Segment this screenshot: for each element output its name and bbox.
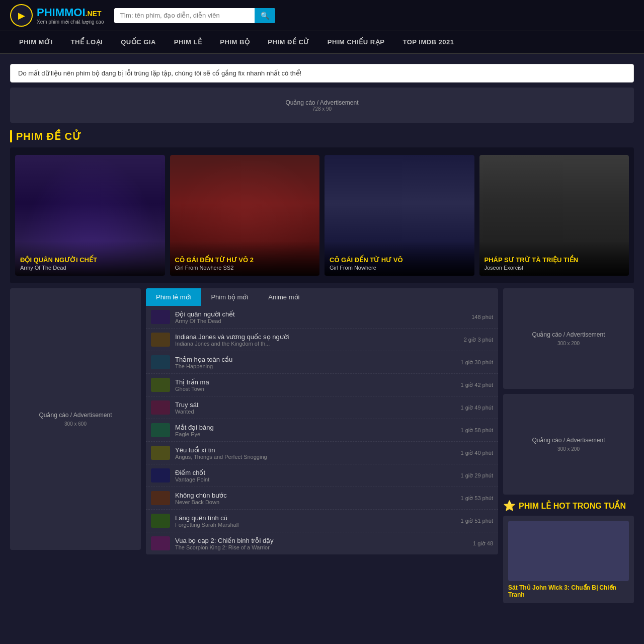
nav-phim-de-cu[interactable]: PHIM ĐỀ CỬ <box>259 31 318 53</box>
movie-vn-title: Mắt đại bàng <box>175 424 456 431</box>
nav-quoc-gia[interactable]: QUỐC GIA <box>112 31 165 53</box>
movie-list-item[interactable]: Điểm chốt Vantage Point 1 giờ 29 phút <box>146 464 498 487</box>
top-ad-banner: Quảng cáo / Advertisement 728 x 90 <box>10 88 634 123</box>
movie-duration: 1 giờ 53 phút <box>461 495 494 502</box>
alert-message: Do mất dữ liệu nên phim bộ đang bị lỗi t… <box>10 64 634 83</box>
featured-movie-2-info: CÔ GÁI ĐẾN TỪ HƯ VÔ 2 Girl From Nowhere … <box>170 241 320 276</box>
movie-vn-title: Không chùn bước <box>175 492 456 499</box>
lower-section: Quảng cáo / Advertisement 300 x 600 Phim… <box>10 288 634 603</box>
movie-en-title: Forgetting Sarah Marshall <box>175 522 456 528</box>
movie-list-item[interactable]: Mắt đại bàng Eagle Eye 1 giờ 58 phút <box>146 419 498 442</box>
featured-movie-4-sub: Joseon Exorcist <box>485 265 624 271</box>
movie-list: Đội quân người chết Army Of The Dead 148… <box>146 306 498 554</box>
movie-en-title: Vantage Point <box>175 476 456 482</box>
movie-duration: 148 phút <box>471 314 493 320</box>
featured-movie-3-sub: Girl From Nowhere <box>330 265 469 271</box>
movie-thumb <box>151 355 170 369</box>
left-ad-title: Quảng cáo / Advertisement <box>39 412 112 419</box>
featured-movie-1-title: ĐỘI QUÂN NGƯỜI CHẾT <box>20 256 160 264</box>
nav-list: PHIM MỚI THỂ LOẠI QUỐC GIA PHIM LẺ PHIM … <box>0 31 644 53</box>
movie-thumb <box>151 446 170 460</box>
movie-duration: 1 giờ 51 phút <box>461 518 494 524</box>
movie-info: Yêu tuổi xì tin Angus, Thongs and Perfec… <box>175 446 456 460</box>
right-ad-box-1: Quảng cáo / Advertisement 300 x 200 <box>503 288 634 389</box>
movie-list-item[interactable]: Đội quân người chết Army Of The Dead 148… <box>146 306 498 329</box>
search-button[interactable]: 🔍 <box>255 8 275 23</box>
movie-list-item[interactable]: Không chùn bước Never Back Down 1 giờ 53… <box>146 487 498 510</box>
left-ad-box: Quảng cáo / Advertisement 300 x 600 <box>10 288 141 550</box>
movie-duration: 1 giờ 29 phút <box>461 472 494 479</box>
logo-name: PHIMMOI.NET <box>37 6 104 19</box>
movie-thumb <box>151 491 170 505</box>
featured-movie-4[interactable]: PHÁP SƯ TRỪ TÀ TRIỆU TIỀN Joseon Exorcis… <box>479 155 629 276</box>
featured-movie-2[interactable]: CÔ GÁI ĐẾN TỪ HƯ VÔ 2 Girl From Nowhere … <box>170 155 320 276</box>
featured-heading: PHIM ĐỀ CỬ <box>10 130 634 142</box>
movie-info: Vua bọ cạp 2: Chiến binh trỗi dậy The Sc… <box>175 537 468 550</box>
tab-anime-moi[interactable]: Anime mới <box>258 288 309 306</box>
movie-en-title: Ghost Town <box>175 386 456 392</box>
right-column: Quảng cáo / Advertisement 300 x 200 Quản… <box>503 288 634 603</box>
hot-movie-preview[interactable]: Sát Thủ John Wick 3: Chuẩn Bị Chiến Tran… <box>503 516 634 603</box>
movie-list-item[interactable]: Yêu tuổi xì tin Angus, Thongs and Perfec… <box>146 442 498 464</box>
movie-vn-title: Thảm họa toàn cầu <box>175 356 456 363</box>
movie-info: Thị trấn ma Ghost Town <box>175 378 456 392</box>
movie-list-item[interactable]: Indiana Jones và vương quốc sọ người Ind… <box>146 329 498 351</box>
movie-list-item[interactable]: Truy sát Wanted 1 giờ 49 phút <box>146 396 498 419</box>
hot-section-heading: ⭐ PHIM LẺ HOT TRONG TUẦN <box>503 500 634 512</box>
movie-list-item[interactable]: Lãng quên tình cũ Forgetting Sarah Marsh… <box>146 510 498 532</box>
featured-movie-2-title: CÔ GÁI ĐẾN TỪ HƯ VÔ 2 <box>175 256 315 264</box>
movie-info: Thảm họa toàn cầu The Happening <box>175 356 456 369</box>
right-ad-box-2: Quảng cáo / Advertisement 300 x 200 <box>503 394 634 495</box>
movie-vn-title: Lãng quên tình cũ <box>175 514 456 522</box>
movie-en-title: Angus, Thongs and Perfect Snogging <box>175 454 456 460</box>
logo-subtitle: Xem phim mới chất lượng cao <box>37 19 104 25</box>
nav-phim-moi[interactable]: PHIM MỚI <box>10 31 62 53</box>
right-ad-2-title: Quảng cáo / Advertisement <box>532 437 605 444</box>
nav-top-imdb[interactable]: TOP IMDB 2021 <box>393 31 463 53</box>
main-nav: PHIM MỚI THỂ LOẠI QUỐC GIA PHIM LẺ PHIM … <box>0 31 644 54</box>
hot-movie-image <box>508 521 629 581</box>
movie-vn-title: Truy sát <box>175 401 456 409</box>
movie-vn-title: Thị trấn ma <box>175 378 456 386</box>
featured-movie-2-sub: Girl From Nowhere SS2 <box>175 265 315 271</box>
movie-duration: 1 giờ 58 phút <box>461 427 494 434</box>
tab-phim-bo-moi[interactable]: Phim bộ mới <box>201 288 258 306</box>
movie-vn-title: Điểm chốt <box>175 469 456 476</box>
movie-info: Mắt đại bàng Eagle Eye <box>175 424 456 437</box>
nav-phim-chieu-rap[interactable]: PHIM CHIẾU RẠP <box>318 31 394 53</box>
featured-movie-1-sub: Army Of The Dead <box>20 265 160 271</box>
movie-thumb <box>151 333 170 347</box>
tab-phim-le-moi[interactable]: Phim lẻ mới <box>146 288 201 306</box>
logo-net: .NET <box>86 10 102 18</box>
header: ▶ PHIMMOI.NET Xem phim mới chất lượng ca… <box>0 0 644 31</box>
movie-info: Đội quân người chết Army Of The Dead <box>175 310 466 324</box>
hot-title: PHIM LẺ HOT TRONG TUẦN <box>519 501 626 511</box>
featured-movie-3[interactable]: CÔ GÁI ĐẾN TỪ HƯ VÔ Girl From Nowhere <box>325 155 474 276</box>
featured-wrapper: ĐỘI QUÂN NGƯỜI CHẾT Army Of The Dead CÔ … <box>10 147 634 283</box>
movie-duration: 1 giờ 42 phút <box>461 382 494 388</box>
search-input[interactable] <box>114 8 255 23</box>
featured-movie-3-info: CÔ GÁI ĐẾN TỪ HƯ VÔ Girl From Nowhere <box>325 241 474 276</box>
movie-thumb <box>151 514 170 528</box>
movie-en-title: Wanted <box>175 409 456 415</box>
movie-en-title: Indiana Jones and the Kingdom of th... <box>175 341 459 347</box>
movie-list-item[interactable]: Thảm họa toàn cầu The Happening 1 giờ 30… <box>146 351 498 374</box>
movie-en-title: Eagle Eye <box>175 431 456 437</box>
tabs: Phim lẻ mới Phim bộ mới Anime mới <box>146 288 498 306</box>
nav-the-loai[interactable]: THỂ LOẠI <box>62 31 112 53</box>
movie-vn-title: Indiana Jones và vương quốc sọ người <box>175 333 459 341</box>
alert-text: Do mất dữ liệu nên phim bộ đang bị lỗi t… <box>18 69 301 77</box>
featured-movie-1[interactable]: ĐỘI QUÂN NGƯỜI CHẾT Army Of The Dead <box>15 155 165 276</box>
featured-movie-3-title: CÔ GÁI ĐẾN TỪ HƯ VÔ <box>330 256 469 264</box>
movie-list-item[interactable]: Thị trấn ma Ghost Town 1 giờ 42 phút <box>146 374 498 396</box>
movie-duration: 1 giờ 49 phút <box>461 405 494 411</box>
logo-icon: ▶ <box>10 4 33 27</box>
movie-info: Indiana Jones và vương quốc sọ người Ind… <box>175 333 459 347</box>
movie-thumb <box>151 400 170 415</box>
movie-duration: 1 giờ 48 <box>473 540 493 547</box>
movie-list-item[interactable]: Vua bọ cạp 2: Chiến binh trỗi dậy The Sc… <box>146 532 498 554</box>
nav-phim-bo[interactable]: PHIM BỘ <box>211 31 259 53</box>
nav-phim-le[interactable]: PHIM LẺ <box>165 31 211 53</box>
top-ad-sub: 728 x 90 <box>285 106 358 112</box>
main-content: Do mất dữ liệu nên phim bộ đang bị lỗi t… <box>0 54 644 608</box>
